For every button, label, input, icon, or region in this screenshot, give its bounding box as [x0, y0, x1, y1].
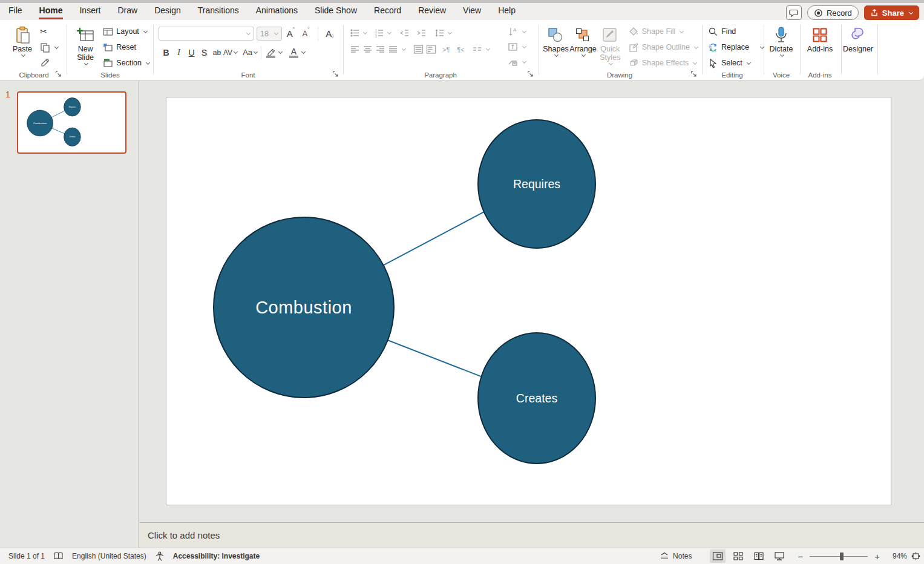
- menu-item-view[interactable]: View: [454, 3, 490, 20]
- align-center-icon[interactable]: [362, 44, 373, 54]
- zoom-slider-handle[interactable]: [840, 553, 844, 560]
- find-icon: [708, 27, 718, 37]
- select-dropdown-icon: [747, 60, 751, 64]
- highlight-dropdown-icon[interactable]: [278, 50, 283, 54]
- copy-icon: [40, 42, 50, 53]
- menu-item-help[interactable]: Help: [490, 3, 524, 20]
- slide[interactable]: Combustion Requires Creates: [166, 97, 891, 505]
- addins-button[interactable]: Add-ins: [806, 20, 834, 53]
- reset-button[interactable]: Reset: [103, 39, 150, 55]
- bold-button[interactable]: B: [160, 45, 172, 59]
- align-text-button[interactable]: [508, 41, 526, 52]
- accessibility-status[interactable]: Accessibility: Investigate: [173, 552, 260, 560]
- section-button[interactable]: Section: [103, 55, 150, 71]
- menu-item-home[interactable]: Home: [31, 3, 71, 20]
- notes-pane[interactable]: Click to add notes: [140, 522, 924, 548]
- zoom-level[interactable]: 94%: [883, 552, 907, 560]
- convert-smartart-button[interactable]: [508, 56, 526, 67]
- decrease-indent-icon[interactable]: [399, 28, 410, 38]
- quick-styles-button[interactable]: Quick Styles: [597, 20, 624, 71]
- reading-view-button[interactable]: [751, 549, 767, 563]
- column-width-icon[interactable]: [426, 44, 436, 54]
- notes-toggle-button[interactable]: Notes: [659, 552, 692, 561]
- italic-button[interactable]: I: [172, 45, 185, 59]
- text-shadow-button[interactable]: S: [198, 45, 211, 59]
- share-button[interactable]: Share: [864, 5, 919, 20]
- text-highlight-button[interactable]: [264, 45, 277, 59]
- new-slide-button[interactable]: New Slide: [73, 20, 98, 71]
- shape-fill-button[interactable]: Shape Fill: [629, 24, 698, 39]
- numbering-icon[interactable]: 123: [374, 28, 384, 38]
- add-column-icon[interactable]: [413, 44, 424, 54]
- underline-button[interactable]: U: [185, 45, 198, 59]
- font-color-dropdown-icon[interactable]: [301, 50, 306, 54]
- accessibility-icon[interactable]: [155, 551, 165, 562]
- line-spacing-icon[interactable]: [434, 28, 445, 38]
- slide-sorter-view-button[interactable]: [730, 549, 746, 563]
- font-dialog-launcher[interactable]: [332, 71, 339, 77]
- paragraph-dialog-launcher[interactable]: [527, 71, 534, 77]
- shape-effects-button[interactable]: Shape Effects: [629, 55, 698, 71]
- dictate-button[interactable]: Dictate: [767, 20, 795, 57]
- slide-indicator: Slide 1 of 1: [8, 552, 45, 560]
- columns-icon[interactable]: [472, 44, 482, 54]
- paste-button[interactable]: Paste: [8, 20, 36, 71]
- drawing-dialog-launcher[interactable]: [690, 71, 697, 77]
- spellcheck-icon[interactable]: [53, 551, 64, 561]
- comments-button[interactable]: [786, 5, 802, 20]
- share-icon: [870, 8, 879, 17]
- language-status[interactable]: English (United States): [72, 552, 146, 560]
- menu-item-slide-show[interactable]: Slide Show: [306, 3, 365, 20]
- menu-item-design[interactable]: Design: [146, 3, 189, 20]
- align-right-icon[interactable]: [375, 44, 385, 54]
- justify-icon[interactable]: [388, 44, 398, 54]
- clipboard-dialog-launcher[interactable]: [55, 71, 62, 77]
- menu-item-draw[interactable]: Draw: [109, 3, 146, 20]
- menu-item-animations[interactable]: Animations: [247, 3, 306, 20]
- bullets-icon[interactable]: [350, 28, 360, 38]
- character-spacing-button[interactable]: AV: [223, 45, 238, 59]
- find-button[interactable]: Find: [708, 24, 760, 39]
- menu-item-record[interactable]: Record: [365, 3, 410, 20]
- slideshow-view-button[interactable]: [772, 549, 787, 563]
- increase-font-size-button[interactable]: A: [284, 27, 297, 41]
- zoom-out-button[interactable]: −: [796, 551, 805, 562]
- clear-formatting-button[interactable]: A: [324, 27, 336, 41]
- zoom-slider[interactable]: [810, 556, 868, 557]
- share-dropdown-icon: [909, 10, 913, 14]
- strikethrough-button[interactable]: ab: [211, 45, 223, 59]
- change-case-dropdown-icon: [254, 50, 258, 54]
- fit-slide-to-window-icon[interactable]: [911, 551, 921, 561]
- select-button[interactable]: Select: [708, 55, 760, 71]
- font-size-combobox[interactable]: 18: [257, 27, 282, 41]
- font-color-button[interactable]: A: [287, 45, 300, 59]
- format-painter-button[interactable]: [40, 55, 59, 71]
- replace-button[interactable]: bc Replace: [708, 39, 760, 55]
- shapes-dropdown-icon: [554, 53, 559, 57]
- slide-thumbnail-panel: 1 Combustion Requires Creates: [0, 81, 139, 548]
- cut-button[interactable]: ✂: [40, 24, 59, 39]
- designer-button[interactable]: Designer: [844, 20, 872, 53]
- menu-item-file[interactable]: File: [0, 3, 31, 20]
- zoom-in-button[interactable]: +: [873, 551, 882, 562]
- menu-item-review[interactable]: Review: [410, 3, 454, 20]
- record-button[interactable]: Record: [807, 5, 859, 20]
- ltr-text-icon[interactable]: >¶: [442, 46, 450, 53]
- menu-item-transitions[interactable]: Transitions: [189, 3, 247, 20]
- slide-thumbnail[interactable]: Combustion Requires Creates: [17, 91, 126, 154]
- increase-indent-icon[interactable]: [416, 28, 427, 38]
- shape-outline-button[interactable]: Shape Outline: [629, 39, 698, 55]
- normal-view-button[interactable]: [710, 549, 726, 563]
- align-left-icon[interactable]: [350, 44, 360, 54]
- copy-button[interactable]: [40, 39, 59, 55]
- layout-button[interactable]: Layout: [103, 24, 150, 39]
- decrease-font-size-button[interactable]: A: [300, 27, 312, 41]
- change-case-button[interactable]: Aa: [243, 45, 258, 59]
- arrange-button[interactable]: Arrange: [569, 20, 597, 71]
- shapes-button[interactable]: Shapes: [542, 20, 569, 71]
- font-name-combobox[interactable]: [159, 27, 254, 41]
- rtl-text-icon[interactable]: ¶<: [457, 46, 464, 53]
- text-direction-button[interactable]: A: [508, 26, 526, 37]
- menu-item-insert[interactable]: Insert: [71, 3, 109, 20]
- svg-text:c: c: [715, 48, 717, 52]
